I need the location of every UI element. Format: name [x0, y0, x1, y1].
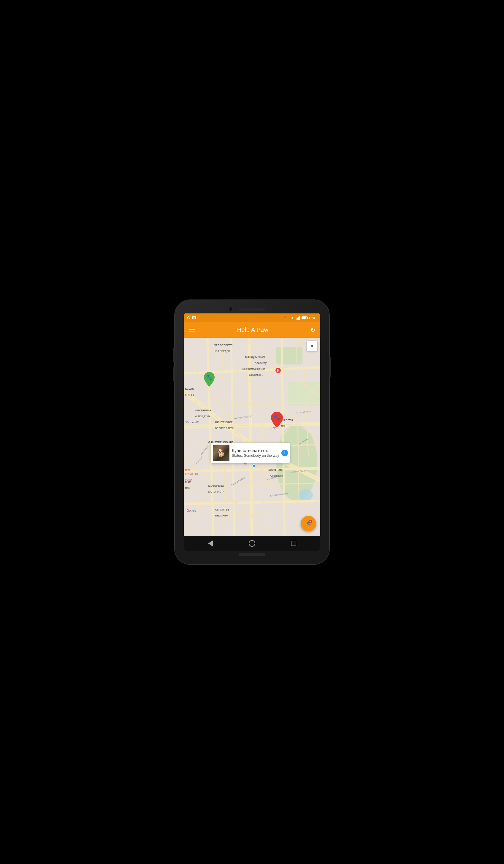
map-label-moto-en: MOTOPISTA	[208, 484, 224, 487]
map-label-klag-bg: К. ЛАГЕ	[185, 393, 194, 396]
map-label-belite-bg: БЕЛИТЕ БРЕЗИ	[215, 427, 234, 430]
map-label-rovo2: РОВО	[185, 478, 192, 481]
map-label-kyu: "Kyustendil"	[185, 421, 199, 424]
front-camera	[228, 307, 233, 311]
red-marker[interactable]: 🐾	[270, 411, 284, 428]
map-label-mma-en2: Academy	[255, 361, 266, 364]
popup-title: Куче блъснато от...	[232, 448, 279, 453]
sim-icon: ▣	[192, 316, 196, 319]
map-label-krasho: КРАСО - КВ-	[185, 472, 199, 475]
lte-label: LTE	[288, 316, 294, 320]
recents-button[interactable]	[289, 539, 298, 548]
back-button[interactable]	[206, 539, 215, 548]
map-label-belite-en: BELITE BREZI	[215, 421, 233, 424]
map-label-mma-bg: Военномедицинска	[242, 368, 265, 370]
svg-text:🐾: 🐾	[274, 414, 280, 421]
google-watermark: Google	[187, 509, 196, 512]
status-left-icons: ▣	[187, 316, 196, 319]
map-label-mbo-bg: мбо	[185, 487, 190, 490]
svg-point-4	[298, 489, 313, 501]
map-label-mma-en: Military Medical	[245, 356, 265, 359]
app-bar: Help A Paw ↻	[184, 322, 320, 338]
refresh-button[interactable]: ↻	[311, 326, 315, 334]
map-label-hipo-bg: ХИПОДРУМА	[195, 415, 211, 418]
svg-rect-3	[288, 382, 320, 406]
map-area[interactable]: H bul. "Tsar Boris III" ul. "Han Presian…	[184, 338, 320, 536]
map-label-rovo: rovo	[185, 468, 191, 471]
map-label-moto-bg: МОТОПИСТА	[208, 490, 224, 493]
notification-icon	[187, 316, 190, 319]
svg-point-22	[311, 345, 313, 347]
map-label-south-bg: Южен парк	[270, 474, 283, 477]
popup-status: Status: Somebody on the way	[232, 454, 279, 458]
svg-text:+: +	[309, 520, 311, 523]
home-button[interactable]	[248, 539, 256, 548]
volume-up-button[interactable]	[173, 348, 175, 362]
map-label-gotse-en2: DELCHEV	[215, 514, 228, 517]
status-right-icons: 📍 LTE 12:01	[283, 316, 317, 320]
time-display: 12:01	[308, 316, 317, 320]
current-location-dot	[252, 464, 255, 468]
map-label-npz-en: NPZ SREDETS	[214, 344, 232, 347]
app-title: Help A Paw	[237, 326, 268, 333]
volume-down-button[interactable]	[173, 367, 175, 382]
bottom-speaker	[239, 553, 265, 556]
top-speaker	[239, 308, 265, 311]
svg-text:🐾: 🐾	[206, 374, 212, 380]
map-label-south-en: South Park	[268, 468, 283, 471]
phone-screen: ▣ 📍 LTE 12:01	[184, 313, 320, 551]
power-button[interactable]	[329, 357, 331, 377]
map-label-hipo-en: HIPODRUMA	[195, 409, 211, 412]
popup-card[interactable]: Куче блъснато от... Status: Somebody on …	[211, 443, 290, 463]
green-marker[interactable]: 🐾	[203, 371, 216, 387]
phone-device: ▣ 📍 LTE 12:01	[175, 300, 329, 564]
popup-info-button[interactable]: i	[281, 450, 288, 456]
svg-text:H: H	[277, 369, 279, 372]
popup-image	[213, 445, 229, 461]
menu-button[interactable]	[189, 328, 195, 333]
popup-content: Куче блъснато от... Status: Somebody on …	[232, 448, 279, 458]
battery-icon	[302, 316, 307, 319]
status-bar: ▣ 📍 LTE 12:01	[184, 313, 320, 322]
svg-rect-2	[276, 347, 302, 364]
map-label-npz-bg: НПЗ СРЕДЕЦ	[214, 350, 230, 352]
nav-bar	[184, 536, 320, 551]
map-label-klag-en: K. LAG	[185, 387, 194, 390]
location-status-icon: 📍	[283, 316, 287, 320]
signal-icon	[296, 316, 300, 320]
map-label-mma-bg2: академия…	[249, 373, 263, 376]
location-button[interactable]	[307, 341, 317, 351]
map-label-gotse-en: GK GOTSE	[215, 508, 229, 511]
add-report-fab[interactable]: 🐾 +	[301, 516, 316, 531]
